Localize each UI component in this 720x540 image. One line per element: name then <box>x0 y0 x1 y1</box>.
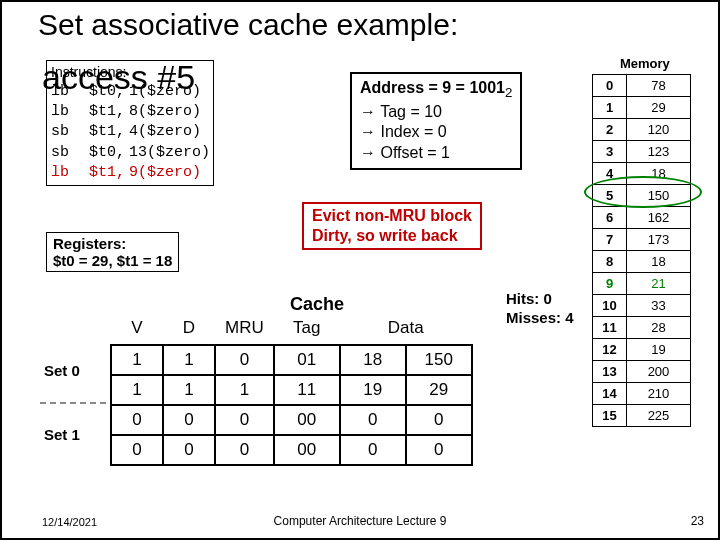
memory-row: 418 <box>593 163 691 185</box>
set0-label: Set 0 <box>44 362 80 379</box>
instr-cell: sb <box>51 143 89 163</box>
memory-value: 225 <box>627 405 691 427</box>
instr-cell: $t0, <box>89 82 129 102</box>
memory-addr: 9 <box>593 273 627 295</box>
cache-cell: 1 <box>111 345 163 375</box>
instr-cell: 9($zero) <box>129 163 209 183</box>
memory-value: 200 <box>627 361 691 383</box>
cache-cell: 0 <box>406 405 472 435</box>
memory-value: 120 <box>627 119 691 141</box>
memory-row: 1033 <box>593 295 691 317</box>
slide-title: Set associative cache example: <box>38 8 458 42</box>
cache-cell: 00 <box>274 435 340 465</box>
memory-value: 33 <box>627 295 691 317</box>
slide: Set associative cache example: access #5… <box>0 0 720 540</box>
instr-cell: lb <box>51 163 89 183</box>
memory-addr: 3 <box>593 141 627 163</box>
cache-heading: Cache <box>290 294 344 315</box>
memory-value: 19 <box>627 339 691 361</box>
memory-table: 0781292120312341851506162717381892110331… <box>592 74 691 427</box>
instr-cell: lb <box>51 102 89 122</box>
memory-addr: 13 <box>593 361 627 383</box>
memory-row: 129 <box>593 97 691 119</box>
cache-row: 111111929 <box>111 375 472 405</box>
cache-cell: 0 <box>163 405 215 435</box>
memory-row: 1128 <box>593 317 691 339</box>
cache-row: 0000000 <box>111 405 472 435</box>
memory-row: 3123 <box>593 141 691 163</box>
memory-value: 210 <box>627 383 691 405</box>
cache-cell: 18 <box>340 345 406 375</box>
instructions-box: Instructions: lb$t0,1($zero)lb$t1,8($zer… <box>46 60 214 186</box>
memory-value: 21 <box>627 273 691 295</box>
address-decode-box: Address = 9 = 10012 → Tag = 10 → Index =… <box>350 72 522 170</box>
cache-cell: 0 <box>406 435 472 465</box>
cache-cell: 01 <box>274 345 340 375</box>
memory-row: 14210 <box>593 383 691 405</box>
memory-row: 078 <box>593 75 691 97</box>
cache-cell: 19 <box>340 375 406 405</box>
memory-addr: 2 <box>593 119 627 141</box>
memory-addr: 11 <box>593 317 627 339</box>
hits-count: Hits: 0 <box>506 290 574 309</box>
cache-header-row: V D MRU Tag Data <box>111 316 472 345</box>
memory-row: 2120 <box>593 119 691 141</box>
slide-page-number: 23 <box>691 514 704 528</box>
memory-addr: 10 <box>593 295 627 317</box>
hit-miss-counter: Hits: 0 Misses: 4 <box>506 290 574 328</box>
memory-value: 18 <box>627 251 691 273</box>
cache-cell: 0 <box>111 435 163 465</box>
instr-cell: $t1, <box>89 102 129 122</box>
regs-values: $t0 = 29, $t1 = 18 <box>53 252 172 269</box>
cache-cell: 0 <box>163 435 215 465</box>
set-divider <box>40 402 106 404</box>
memory-addr: 14 <box>593 383 627 405</box>
cache-col-V: V <box>111 316 163 345</box>
cache-col-MRU: MRU <box>215 316 274 345</box>
instr-cell: 4($zero) <box>129 122 209 142</box>
cache-cell: 150 <box>406 345 472 375</box>
cache-cell: 0 <box>111 405 163 435</box>
memory-row: 818 <box>593 251 691 273</box>
memory-addr: 5 <box>593 185 627 207</box>
evict-line2: Dirty, so write back <box>312 226 472 246</box>
cache-cell: 0 <box>215 405 274 435</box>
memory-addr: 6 <box>593 207 627 229</box>
cache-cell: 11 <box>274 375 340 405</box>
memory-addr: 4 <box>593 163 627 185</box>
instructions-header: Instructions: <box>51 63 209 82</box>
memory-addr: 0 <box>593 75 627 97</box>
instr-cell: $t1, <box>89 163 129 183</box>
addr-tag: → Tag = 10 <box>360 102 512 123</box>
addr-line1: Address = 9 = 1001 <box>360 79 505 96</box>
addr-offset: → Offset = 1 <box>360 143 512 164</box>
memory-row: 13200 <box>593 361 691 383</box>
memory-addr: 8 <box>593 251 627 273</box>
cache-cell: 00 <box>274 405 340 435</box>
registers-box: Registers: $t0 = 29, $t1 = 18 <box>46 232 179 272</box>
memory-row: 5150 <box>593 185 691 207</box>
cache-col-D: D <box>163 316 215 345</box>
cache-col-Data: Data <box>340 316 472 345</box>
cache-cell: 29 <box>406 375 472 405</box>
memory-addr: 15 <box>593 405 627 427</box>
memory-value: 173 <box>627 229 691 251</box>
cache-cell: 1 <box>163 345 215 375</box>
instr-cell: lb <box>51 82 89 102</box>
cache-row: 1100118150 <box>111 345 472 375</box>
set1-label: Set 1 <box>44 426 80 443</box>
memory-row: 1219 <box>593 339 691 361</box>
cache-cell: 1 <box>163 375 215 405</box>
instr-cell: 8($zero) <box>129 102 209 122</box>
cache-cell: 1 <box>111 375 163 405</box>
memory-addr: 12 <box>593 339 627 361</box>
instr-cell: $t0, <box>89 143 129 163</box>
cache-cell: 0 <box>215 345 274 375</box>
memory-value: 150 <box>627 185 691 207</box>
cache-cell: 1 <box>215 375 274 405</box>
cache-table: V D MRU Tag Data 11001181501111119290000… <box>110 316 473 466</box>
memory-value: 78 <box>627 75 691 97</box>
memory-value: 18 <box>627 163 691 185</box>
instr-cell: $t1, <box>89 122 129 142</box>
memory-row: 15225 <box>593 405 691 427</box>
